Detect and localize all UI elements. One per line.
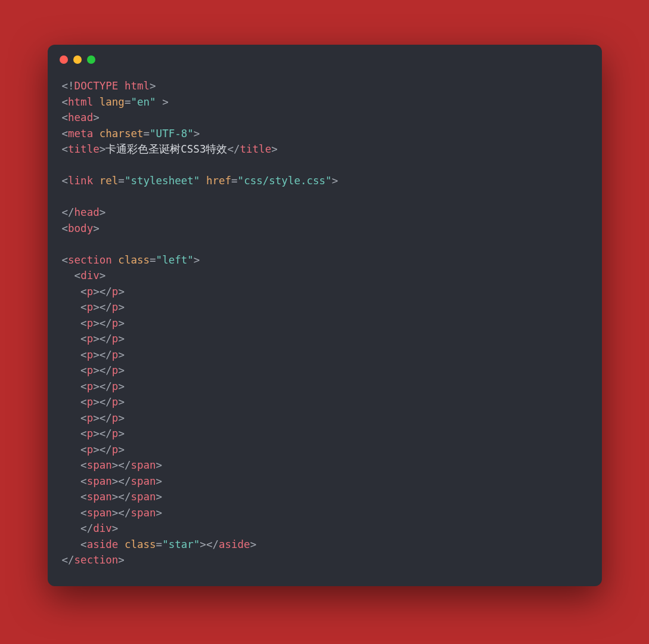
code-line: <section class="left"> xyxy=(62,254,200,266)
code-line: <p></p> xyxy=(62,333,125,345)
code-line: <head> xyxy=(62,112,100,123)
maximize-icon[interactable] xyxy=(87,55,95,64)
code-line: <p></p> xyxy=(62,428,125,439)
code-line: </div> xyxy=(62,522,119,534)
code-line: </head> xyxy=(62,206,106,218)
code-line: <p></p> xyxy=(62,317,125,329)
code-line: <p></p> xyxy=(62,301,125,313)
code-line: <p></p> xyxy=(62,412,125,424)
code-line: <link rel="stylesheet" href="css/style.c… xyxy=(62,175,339,187)
code-line: <aside class="star"></aside> xyxy=(62,538,257,550)
code-line: <!DOCTYPE html> xyxy=(62,80,156,92)
code-line: <html lang="en" > xyxy=(62,96,169,108)
code-line: <div> xyxy=(62,270,106,281)
code-line: <span></span> xyxy=(62,507,163,519)
window-titlebar xyxy=(48,45,602,67)
code-editor-window: <!DOCTYPE html> <html lang="en" > <head>… xyxy=(48,45,602,586)
code-line: <p></p> xyxy=(62,380,125,392)
code-line: <span></span> xyxy=(62,459,163,471)
code-line: <p></p> xyxy=(62,349,125,361)
code-line: <meta charset="UTF-8"> xyxy=(62,128,200,140)
code-line: </section> xyxy=(62,554,125,566)
code-line: <p></p> xyxy=(62,444,125,456)
code-line: <title>卡通彩色圣诞树CSS3特效</title> xyxy=(62,143,278,155)
code-line: <p></p> xyxy=(62,364,125,376)
code-line: <p></p> xyxy=(62,286,125,298)
code-content[interactable]: <!DOCTYPE html> <html lang="en" > <head>… xyxy=(48,67,602,586)
code-line: <span></span> xyxy=(62,475,163,487)
code-line: <span></span> xyxy=(62,491,163,503)
code-line: <body> xyxy=(62,222,100,234)
close-icon[interactable] xyxy=(60,55,68,64)
minimize-icon[interactable] xyxy=(73,55,82,64)
code-line: <p></p> xyxy=(62,396,125,408)
